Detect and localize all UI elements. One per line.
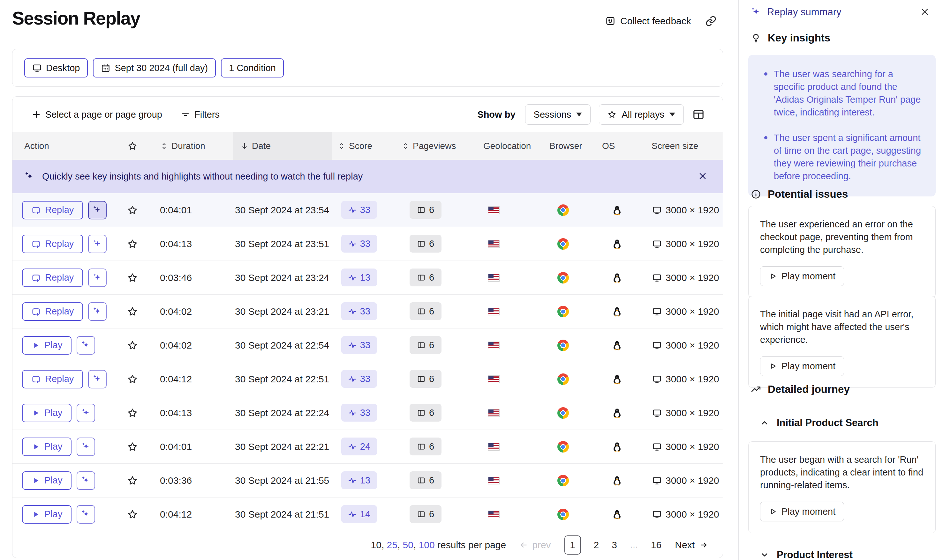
ai-summary-button[interactable] [77,505,95,524]
us-flag-icon [488,464,500,497]
monitor-icon [32,63,42,73]
favorite-star-button[interactable] [127,261,138,294]
monitor-icon [652,509,662,519]
next-page-button[interactable]: Next [675,540,708,551]
linux-tux-icon [612,227,622,260]
us-flag-icon [488,295,500,328]
page-number[interactable]: 3 [612,540,617,551]
play-moment-button[interactable]: Play moment [760,266,844,286]
activity-icon [348,240,357,248]
replay-button[interactable]: Replay [22,235,83,253]
play-button[interactable]: Play [22,471,71,490]
date-filter-pill[interactable]: Sept 30 2024 (full day) [93,58,216,77]
column-settings-button[interactable] [692,108,705,121]
play-button[interactable]: Play [22,437,71,456]
column-score[interactable]: Score [337,132,372,160]
column-favorite[interactable] [127,132,137,160]
condition-filter-pill[interactable]: 1 Condition [221,58,284,77]
ai-summary-button[interactable] [88,370,106,388]
sparkle-icon [81,476,91,485]
ai-summary-button[interactable] [77,404,95,422]
favorite-star-button[interactable] [127,193,138,227]
favorite-star-button[interactable] [127,396,138,429]
journey-section-initial-product-search[interactable]: Initial Product Search [759,417,878,429]
show-by-label: Show by [477,109,515,120]
device-filter-pill[interactable]: Desktop [24,58,88,77]
table-row: Play 0:04:01 30 Sept 2024 at 22:21 24 6 … [12,430,723,464]
replay-table: Select a page or page group Filters Show… [12,96,723,558]
favorite-star-button[interactable] [127,497,138,531]
play-button[interactable]: Play [22,404,71,422]
table-row: Replay 0:04:13 30 Sept 2024 at 23:51 33 … [12,227,723,261]
favorite-star-button[interactable] [127,430,138,463]
favorite-star-button[interactable] [127,464,138,497]
page-size-option[interactable]: 50 [403,540,414,550]
table-row: Replay 0:04:12 30 Sept 2024 at 22:51 33 … [12,362,723,396]
score-badge: 14 [341,505,377,523]
show-by-dropdown[interactable]: Sessions [525,104,591,125]
chevron-up-icon [759,418,770,428]
collect-feedback-button[interactable]: Collect feedback [605,15,691,26]
share-link-button[interactable] [705,15,717,27]
table-row: Play 0:04:02 30 Sept 2024 at 22:54 33 6 … [12,328,723,362]
duration-value: 0:04:01 [160,430,192,463]
close-panel-button[interactable] [920,7,929,17]
replay-icon [31,273,41,283]
screen-size-value: 3000 × 1920 [652,396,719,429]
journey-section-product-interest[interactable]: Product Interest [759,549,853,560]
panel-title: Replay summary [750,6,841,18]
dismiss-banner-button[interactable] [698,171,707,181]
table-row: Play 0:04:13 30 Sept 2024 at 22:24 33 6 … [12,396,723,430]
ai-summary-button[interactable] [88,302,106,321]
prev-page-button[interactable]: prev [519,540,551,551]
ai-summary-button[interactable] [77,471,95,490]
favorite-star-button[interactable] [127,227,138,260]
ai-summary-button[interactable] [88,235,106,253]
replay-button[interactable]: Replay [22,269,83,287]
linux-tux-icon [612,261,622,294]
chevron-down-icon [759,550,770,560]
replay-button[interactable]: Replay [22,302,83,321]
us-flag-icon [488,497,500,531]
page-size-option[interactable]: 100 [419,540,435,550]
ai-summary-button[interactable] [88,269,106,287]
replay-icon [31,307,41,316]
replay-filter-dropdown[interactable]: All replays [599,104,684,125]
column-date[interactable]: Date [241,132,271,160]
favorite-star-button[interactable] [127,328,138,362]
us-flag-icon [488,362,500,396]
screen-size-value: 3000 × 1920 [652,261,719,294]
ai-summary-button[interactable] [77,437,95,456]
filters-button[interactable]: Filters [181,109,220,120]
chrome-icon [557,227,569,260]
ai-summary-button[interactable] [88,201,106,219]
date-value: 30 Sept 2024 at 23:21 [235,295,329,328]
ai-summary-button[interactable] [77,336,95,355]
activity-icon [348,341,357,349]
page-number[interactable]: 2 [594,540,599,551]
play-button[interactable]: Play [22,505,71,524]
monitor-icon [652,239,662,249]
key-insights-box: The user was searching for a specific pr… [748,55,936,197]
select-page-button[interactable]: Select a page or page group [32,109,162,120]
column-duration[interactable]: Duration [160,132,205,160]
replay-button[interactable]: Replay [22,201,83,219]
linux-tux-icon [612,464,622,497]
play-moment-button[interactable]: Play moment [760,356,844,376]
sparkle-icon [81,341,91,350]
replay-icon [31,205,41,215]
browser-window-icon [417,442,426,451]
play-moment-button[interactable]: Play moment [760,502,844,522]
page-number[interactable]: 16 [651,540,661,551]
pageviews-badge: 6 [410,336,441,354]
favorite-star-button[interactable] [127,295,138,328]
chrome-icon [557,328,569,362]
column-pageviews[interactable]: Pageviews [401,132,456,160]
play-button[interactable]: Play [22,336,71,355]
favorite-star-button[interactable] [127,362,138,396]
replay-button[interactable]: Replay [22,370,83,388]
duration-value: 0:04:02 [160,328,192,362]
play-icon [31,476,40,485]
pageviews-badge: 6 [410,370,441,388]
page-size-option[interactable]: 25 [387,540,397,550]
